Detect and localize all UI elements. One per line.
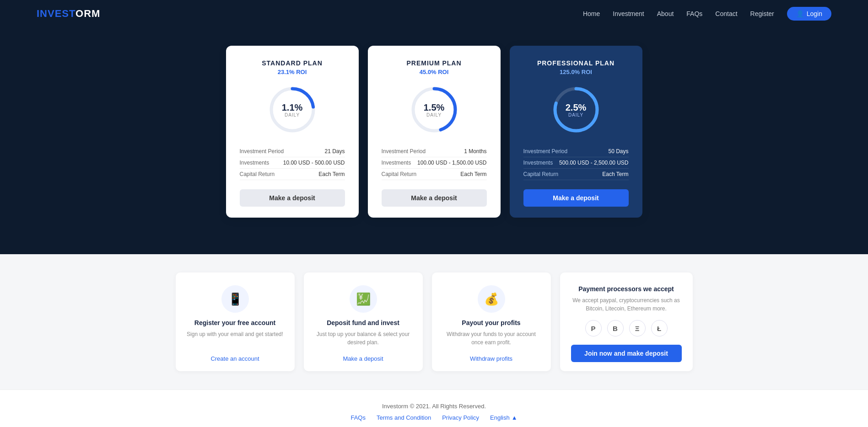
nav-faqs[interactable]: FAQs — [686, 10, 702, 17]
premium-investments-row: Investments 100.00 USD - 1,500.00 USD — [382, 157, 487, 169]
how-deposit-card: 💹 Deposit fund and invest Just top up yo… — [304, 272, 423, 371]
standard-plan-circle: 1.1% DAILY — [267, 85, 318, 135]
nav-register[interactable]: Register — [750, 10, 774, 17]
header: INVESTORM Home Investment About FAQs Con… — [0, 0, 868, 27]
register-title: Register your free account — [194, 319, 275, 326]
standard-period-row: Investment Period 21 Days — [240, 146, 345, 157]
footer-terms-link[interactable]: Terms and Condition — [377, 414, 431, 421]
standard-investments-row: Investments 10.00 USD - 500.00 USD — [240, 157, 345, 169]
professional-plan-details: Investment Period 50 Days Investments 50… — [523, 146, 629, 180]
nav-home[interactable]: Home — [583, 10, 600, 17]
payment-icons-group: P B Ξ Ł — [571, 320, 682, 336]
nav: Home Investment About FAQs Contact Regis… — [583, 7, 831, 21]
premium-plan-card: PREMIUM PLAN 45.0% ROI 1.5% DAILY Invest… — [368, 46, 501, 218]
bitcoin-icon: B — [607, 320, 624, 336]
premium-plan-circle: 1.5% DAILY — [409, 85, 459, 135]
payment-title: Payment processors we accept — [571, 285, 682, 293]
premium-plan-title: PREMIUM PLAN — [406, 59, 461, 67]
login-button[interactable]: 👤 Login — [787, 7, 831, 21]
user-icon: 👤 — [796, 10, 804, 17]
register-desc: Sign up with your email and get started! — [187, 330, 283, 338]
nav-investment[interactable]: Investment — [613, 10, 644, 17]
logo-text: INVEST — [37, 8, 75, 19]
standard-plan-roi: 23.1% ROI — [278, 69, 307, 75]
ethereum-icon: Ξ — [629, 320, 646, 336]
standard-plan-title: STANDARD PLAN — [262, 59, 323, 67]
language-selector[interactable]: English ▲ — [490, 414, 518, 421]
footer: Investorm © 2021. All Rights Reserved. F… — [0, 390, 868, 427]
standard-deposit-button[interactable]: Make a deposit — [240, 189, 345, 207]
nav-contact[interactable]: Contact — [715, 10, 737, 17]
language-label: English — [490, 414, 510, 421]
premium-deposit-button[interactable]: Make a deposit — [382, 189, 487, 207]
standard-plan-card: STANDARD PLAN 23.1% ROI 1.1% DAILY Inves… — [226, 46, 359, 218]
professional-daily-pct: 2.5% — [566, 102, 587, 112]
login-label: Login — [807, 10, 822, 17]
logo-accent: ORM — [75, 8, 100, 19]
payment-desc: We accept paypal, cryptocurrencies such … — [571, 296, 682, 313]
footer-links: FAQs Terms and Condition Privacy Policy … — [18, 414, 850, 421]
deposit-icon: 💹 — [350, 285, 377, 313]
premium-plan-roi: 45.0% ROI — [420, 69, 449, 75]
professional-daily-label: DAILY — [566, 112, 587, 117]
standard-daily-label: DAILY — [282, 112, 303, 117]
professional-plan-roi: 125.0% ROI — [560, 69, 592, 75]
how-it-works-section: 📱 Register your free account Sign up wit… — [0, 254, 868, 390]
withdraw-profits-link[interactable]: Withdraw profits — [470, 355, 512, 362]
professional-investments-row: Investments 500.00 USD - 2,500.00 USD — [523, 157, 629, 169]
nav-about[interactable]: About — [657, 10, 674, 17]
join-now-button[interactable]: Join now and make deposit — [571, 345, 682, 362]
footer-copyright: Investorm © 2021. All Rights Reserved. — [18, 403, 850, 410]
standard-capital-row: Capital Return Each Term — [240, 169, 345, 180]
litecoin-icon: Ł — [651, 320, 668, 336]
deposit-title: Deposit fund and invest — [327, 319, 399, 326]
how-payout-card: 💰 Payout your profits Withdraw your fund… — [432, 272, 551, 371]
professional-capital-row: Capital Return Each Term — [523, 169, 629, 180]
logo: INVESTORM — [37, 8, 100, 20]
payout-desc: Withdraw your funds to your account once… — [443, 330, 540, 347]
footer-faqs-link[interactable]: FAQs — [350, 414, 366, 421]
premium-plan-details: Investment Period 1 Months Investments 1… — [382, 146, 487, 180]
professional-period-row: Investment Period 50 Days — [523, 146, 629, 157]
premium-capital-row: Capital Return Each Term — [382, 169, 487, 180]
professional-plan-circle: 2.5% DAILY — [551, 85, 601, 135]
payout-icon: 💰 — [478, 285, 505, 313]
payout-title: Payout your profits — [462, 319, 520, 326]
professional-plan-card: PROFESSIONAL PLAN 125.0% ROI 2.5% DAILY … — [510, 46, 642, 218]
footer-privacy-link[interactable]: Privacy Policy — [442, 414, 479, 421]
paypal-icon: P — [585, 320, 602, 336]
premium-daily-label: DAILY — [424, 112, 445, 117]
standard-plan-details: Investment Period 21 Days Investments 10… — [240, 146, 345, 180]
payment-card: Payment processors we accept We accept p… — [560, 272, 693, 371]
standard-daily-pct: 1.1% — [282, 102, 303, 112]
premium-daily-pct: 1.5% — [424, 102, 445, 112]
how-register-card: 📱 Register your free account Sign up wit… — [176, 272, 295, 371]
premium-period-row: Investment Period 1 Months — [382, 146, 487, 157]
deposit-desc: Just top up your balance & select your d… — [315, 330, 412, 347]
professional-plan-title: PROFESSIONAL PLAN — [537, 59, 615, 67]
create-account-link[interactable]: Create an account — [210, 355, 259, 362]
chevron-up-icon: ▲ — [512, 414, 518, 421]
register-icon: 📱 — [221, 285, 249, 313]
plans-section: STANDARD PLAN 23.1% ROI 1.1% DAILY Inves… — [0, 27, 868, 254]
make-deposit-link[interactable]: Make a deposit — [343, 355, 383, 362]
professional-deposit-button[interactable]: Make a deposit — [523, 189, 629, 207]
